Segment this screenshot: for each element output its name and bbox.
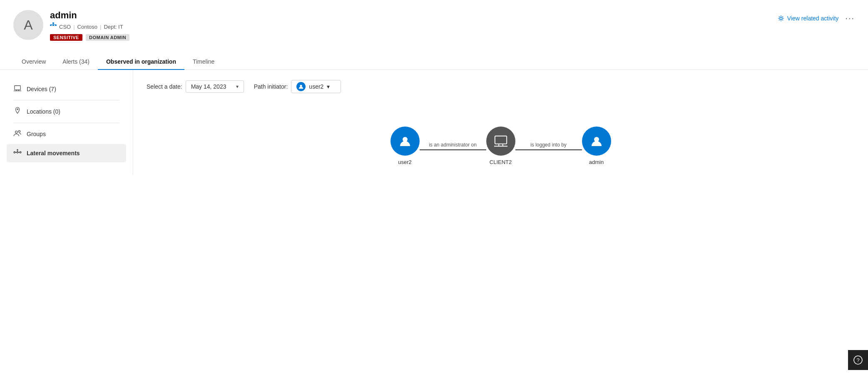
- graph-node-admin[interactable]: admin: [582, 127, 611, 165]
- badge-domain: DOMAIN ADMIN: [86, 34, 129, 41]
- sidebar-sep-1: [13, 100, 119, 100]
- svg-point-6: [780, 17, 782, 20]
- page-header: A admin CSO | Contoso | Dept: IT SENSITI…: [0, 0, 868, 41]
- initiator-value: user2: [309, 83, 323, 90]
- edge-line-1: [420, 149, 486, 150]
- main-panel: Select a date: May 14, 2023 ▾ Path initi…: [133, 70, 868, 175]
- laptop-icon: [13, 85, 22, 93]
- tab-observed-in-organization[interactable]: Observed in organization: [98, 54, 184, 70]
- date-chevron-icon: ▾: [236, 84, 239, 89]
- view-related-activity-button[interactable]: View related activity: [777, 15, 838, 22]
- header-actions: View related activity ···: [777, 10, 855, 23]
- tab-overview[interactable]: Overview: [13, 54, 54, 70]
- graph-edge-2: is logged into by: [515, 142, 582, 150]
- lateral-icon: [13, 149, 22, 157]
- sidebar: Devices (7) Locations (0): [0, 70, 133, 175]
- initiator-label: Path initiator:: [254, 83, 288, 90]
- tab-alerts[interactable]: Alerts (34): [54, 54, 98, 70]
- graph-node-user2[interactable]: user2: [390, 127, 420, 165]
- lateral-movement-graph: user2 is an administrator on: [147, 127, 855, 165]
- badge-sensitive: SENSITIVE: [50, 34, 82, 41]
- svg-rect-0: [52, 22, 54, 24]
- sidebar-item-devices[interactable]: Devices (7): [7, 80, 126, 98]
- more-options-button[interactable]: ···: [845, 13, 855, 23]
- location-icon: [13, 107, 22, 116]
- sidebar-locations-label: Locations (0): [27, 108, 60, 115]
- initiator-filter-group: Path initiator: user2 ▾: [254, 80, 341, 93]
- edge-label-1: is an administrator on: [429, 142, 477, 148]
- initiator-dropdown[interactable]: user2 ▾: [291, 80, 341, 93]
- badges: SENSITIVE DOMAIN ADMIN: [50, 34, 129, 41]
- meta-sep1: |: [73, 24, 75, 30]
- main-content: Devices (7) Locations (0): [0, 70, 868, 175]
- edge-line-2: [515, 149, 582, 150]
- sidebar-devices-label: Devices (7): [27, 86, 56, 92]
- node-circle-client2: [486, 127, 515, 156]
- node-circle-user2: [390, 127, 420, 156]
- sidebar-sep-2: [13, 123, 119, 123]
- user-name: admin: [50, 10, 129, 21]
- date-value: May 14, 2023: [191, 83, 226, 90]
- sidebar-item-locations[interactable]: Locations (0): [7, 102, 126, 121]
- initiator-avatar: [296, 82, 306, 91]
- graph-edge-1: is an administrator on: [420, 142, 486, 150]
- meta-cso: CSO: [59, 24, 71, 30]
- node-label-client2: CLIENT2: [490, 159, 512, 165]
- svg-point-16: [17, 152, 18, 153]
- initiator-chevron-icon: ▾: [327, 83, 330, 90]
- tab-bar: Overview Alerts (34) Observed in organiz…: [0, 46, 868, 70]
- meta-sep2: |: [100, 24, 101, 30]
- svg-rect-21: [495, 136, 506, 144]
- meta-dept: Dept: IT: [104, 24, 123, 30]
- node-circle-admin: [582, 127, 611, 156]
- date-label: Select a date:: [147, 83, 182, 90]
- user-meta: CSO | Contoso | Dept: IT: [50, 22, 129, 31]
- groups-icon: [13, 130, 22, 138]
- svg-point-11: [17, 109, 18, 110]
- graph-node-client2[interactable]: CLIENT2: [486, 127, 515, 165]
- view-related-label: View related activity: [787, 15, 838, 22]
- svg-point-13: [18, 130, 20, 132]
- sidebar-lateral-label: Lateral movements: [27, 150, 80, 156]
- edge-label-2: is logged into by: [530, 142, 567, 148]
- avatar: A: [13, 10, 43, 40]
- sidebar-item-groups[interactable]: Groups: [7, 125, 126, 143]
- sidebar-groups-label: Groups: [27, 131, 46, 137]
- node-label-admin: admin: [589, 159, 604, 165]
- graph-row: user2 is an administrator on: [390, 127, 611, 165]
- meta-contoso: Contoso: [77, 24, 97, 30]
- svg-point-12: [15, 131, 17, 133]
- filter-bar: Select a date: May 14, 2023 ▾ Path initi…: [147, 80, 855, 93]
- tab-timeline[interactable]: Timeline: [184, 54, 223, 70]
- svg-point-14: [14, 152, 15, 153]
- date-dropdown[interactable]: May 14, 2023 ▾: [186, 80, 244, 93]
- user-info: admin CSO | Contoso | Dept: IT SENSITIVE…: [50, 10, 129, 41]
- node-label-user2: user2: [398, 159, 412, 165]
- date-filter-group: Select a date: May 14, 2023 ▾: [147, 80, 244, 93]
- svg-rect-7: [15, 86, 20, 90]
- svg-point-15: [20, 152, 21, 153]
- org-icon: [50, 22, 57, 31]
- sidebar-item-lateral-movements[interactable]: Lateral movements: [7, 144, 126, 162]
- user-profile-section: A admin CSO | Contoso | Dept: IT SENSITI…: [13, 10, 129, 41]
